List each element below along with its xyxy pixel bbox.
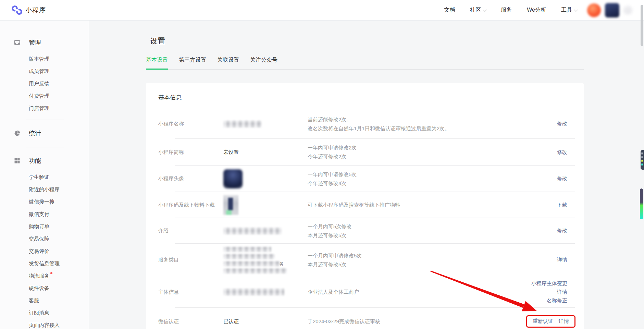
sidebar-item[interactable]: 客服: [0, 298, 39, 303]
sidebar-item-label: 交易评价: [29, 248, 49, 254]
row-description-line: 于2024-03-29完成微信认证审核: [308, 317, 526, 326]
sidebar-item[interactable]: 用户反馈: [0, 81, 49, 86]
action-link[interactable]: 修改: [557, 149, 567, 156]
scrollbar-thumb[interactable]: [641, 5, 643, 46]
tab-3[interactable]: 关联设置: [217, 57, 239, 69]
redacted-category-list: 务: [223, 247, 308, 273]
row-label: 小程序码及线下物料下载: [158, 202, 223, 208]
row-actions: 修改: [557, 175, 567, 182]
row-label: 微信认证: [158, 318, 223, 325]
sidebar-group-2[interactable]: 统计: [0, 129, 89, 137]
row-description-line: 本月还可修改5次: [308, 260, 557, 269]
row-description: 于2024-03-29完成微信认证审核: [308, 317, 526, 326]
nav-item-label: 社区: [470, 7, 481, 14]
row-description: 企业法人及个体工商户: [308, 288, 531, 296]
sidebar-group-1[interactable]: 管理: [0, 38, 89, 47]
sidebar-item[interactable]: 物流服务: [0, 273, 52, 278]
sidebar-item-label: 付费管理: [29, 93, 49, 99]
row-label: 主体信息: [158, 289, 223, 295]
nav-item-4[interactable]: We分析: [527, 7, 546, 14]
nav-item-5[interactable]: 工具: [561, 7, 577, 14]
main-content: 设置 基本设置第三方设置关联设置关注公众号 基本信息 小程序名称当前还能修改2次…: [89, 21, 644, 329]
action-link[interactable]: 详情: [557, 289, 567, 295]
sidebar-item[interactable]: 版本管理: [0, 56, 49, 61]
sidebar-item[interactable]: 门店管理: [0, 106, 49, 111]
tab-4[interactable]: 关注公众号: [250, 57, 277, 69]
sidebar-item-label: 版本管理: [29, 56, 49, 62]
row-value: 未设置: [223, 149, 308, 156]
sidebar-item-label: 微信支付: [29, 211, 49, 217]
row-label: 小程序简称: [158, 149, 223, 156]
nav-item-label: 工具: [561, 7, 572, 14]
settings-row: 介绍一个月内可5次修改本月还可修改5次修改: [158, 218, 567, 244]
sidebar-item[interactable]: 学生验证: [0, 174, 49, 180]
action-link[interactable]: 名称修正: [547, 297, 567, 304]
card-heading: 基本信息: [158, 94, 567, 101]
action-link[interactable]: 下载: [557, 202, 567, 208]
row-description-line: 改名次数将在自然年1月1日和微信认证审核通过后重置为2次。: [308, 124, 557, 133]
sidebar-item[interactable]: 硬件设备: [0, 285, 49, 291]
settings-row: 微信认证已认证于2024-03-29完成微信认证审核重新认证详情: [158, 308, 567, 329]
nav-item-3[interactable]: 服务: [501, 7, 512, 14]
user-avatar[interactable]: [605, 3, 619, 17]
row-actions: 修改: [557, 149, 567, 156]
row-description: 当前还能修改2次。改名次数将在自然年1月1日和微信认证审核通过后重置为2次。: [308, 115, 557, 133]
red-highlight-box: 重新认证详情: [526, 315, 575, 328]
inbox-icon: [14, 39, 21, 46]
grid-icon: [14, 157, 21, 164]
action-link[interactable]: 详情: [559, 318, 569, 325]
miniprogram-logo[interactable]: 小程序: [12, 5, 46, 15]
sidebar-group-label: 管理: [29, 38, 41, 47]
account-avatar[interactable]: [587, 3, 601, 17]
redacted-value: [223, 254, 275, 259]
row-label: 小程序头像: [158, 175, 223, 182]
row-description: 一个月内可申请修改5次本月还可修改5次: [308, 251, 557, 269]
sidebar-item[interactable]: 订阅消息: [0, 310, 49, 315]
action-link[interactable]: 重新认证: [533, 318, 553, 325]
miniprogram-avatar-image: [223, 169, 243, 188]
action-link[interactable]: 修改: [557, 175, 567, 182]
row-value: [223, 169, 308, 188]
sidebar-group-3[interactable]: 功能: [0, 157, 89, 165]
sidebar-item[interactable]: 付费管理: [0, 93, 49, 98]
row-actions: 修改: [557, 228, 567, 234]
sidebar-item[interactable]: 购物订单: [0, 224, 49, 229]
sidebar-item-label: 订阅消息: [29, 310, 49, 316]
header-nav: 文档社区服务We分析工具: [444, 7, 577, 14]
settings-row: 小程序码及线下物料下载可下载小程序码及搜索框等线下推广物料下载: [158, 192, 567, 218]
nav-item-2[interactable]: 社区: [470, 7, 486, 14]
sidebar-item[interactable]: 交易评价: [0, 248, 49, 254]
sidebar-item[interactable]: 微信支付: [0, 211, 49, 217]
sidebar-item[interactable]: 交易保障: [0, 236, 49, 241]
row-actions: 重新认证详情: [526, 315, 567, 328]
row-description-line: 一年内可申请修改2次: [308, 143, 557, 152]
row-description: 一年内可申请修改5次今年还可修改4次: [308, 170, 557, 188]
action-link[interactable]: 详情: [557, 257, 567, 263]
qr-code-image: [223, 195, 238, 215]
row-value: [223, 289, 308, 295]
sidebar-item[interactable]: 页面内容接入: [0, 322, 60, 328]
sidebar-item[interactable]: 微信搜一搜: [0, 199, 54, 204]
action-link[interactable]: 小程序主体变更: [531, 280, 567, 287]
nav-item-1[interactable]: 文档: [444, 7, 455, 14]
row-value: 已认证: [223, 318, 308, 325]
redacted-value: [223, 268, 287, 273]
sidebar-item[interactable]: 发货信息管理: [0, 261, 60, 266]
page-title: 设置: [150, 36, 644, 46]
sidebar-item[interactable]: 成员管理: [0, 69, 49, 74]
row-value-text: 未设置: [223, 149, 239, 155]
redacted-value: [223, 289, 284, 295]
tab-2[interactable]: 第三方设置: [179, 57, 206, 69]
sidebar-item[interactable]: 附近的小程序: [0, 187, 60, 192]
action-link[interactable]: 修改: [557, 228, 567, 234]
scroll-marker-widget: [641, 150, 644, 170]
settings-row: 服务类目务一个月内可申请修改5次本月还可修改5次详情: [158, 244, 567, 276]
tab-1[interactable]: 基本设置: [146, 57, 168, 70]
settings-tabs: 基本设置第三方设置关联设置关注公众号: [146, 57, 584, 70]
sidebar-divider: [26, 120, 64, 120]
action-link[interactable]: 修改: [557, 121, 567, 127]
row-actions: 详情: [557, 257, 567, 263]
logo-text: 小程序: [25, 6, 46, 15]
row-label: 小程序名称: [158, 121, 223, 127]
row-value: [223, 195, 308, 215]
